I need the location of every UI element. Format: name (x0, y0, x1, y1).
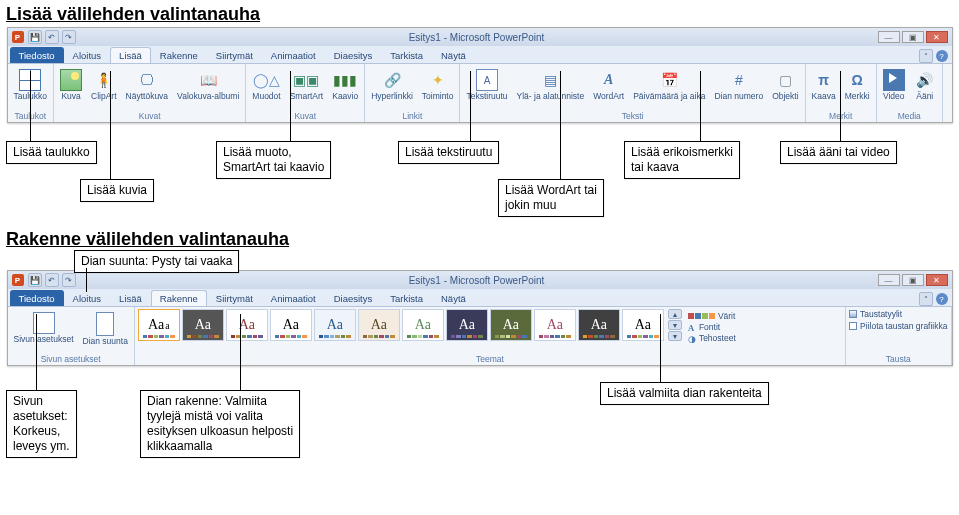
insert-screenshot-button[interactable]: 🖵 Näyttökuva (123, 66, 172, 104)
ribbon-groups-insert: Taulukko Taulukot Kuva 🧍 ClipArt 🖵 Näytt… (8, 64, 952, 122)
group-text-label: Teksti (463, 110, 801, 122)
help-icon[interactable]: ? (936, 50, 948, 62)
ribbon-minimize-icon[interactable]: ˄ (919, 49, 933, 63)
tab-design[interactable]: Rakenne (151, 290, 207, 306)
help-icon[interactable]: ? (936, 293, 948, 305)
insert-chart-button[interactable]: ▮▮▮ Kaavio (329, 66, 361, 104)
tab-view[interactable]: Näytä (432, 290, 475, 306)
tab-insert[interactable]: Lisää (110, 47, 151, 63)
insert-slidenumber-button[interactable]: # Dian numero (711, 66, 766, 104)
insert-smartart-button[interactable]: ▣▣ SmartArt (287, 66, 327, 104)
ribbon-minimize-icon[interactable]: ˄ (919, 292, 933, 306)
insert-hyperlink-button[interactable]: 🔗 Hyperlinkki (368, 66, 416, 104)
theme-swatch[interactable]: Aa (358, 309, 400, 341)
insert-symbol-label: Merkki (845, 92, 870, 101)
save-icon[interactable]: 💾 (28, 30, 42, 44)
tab-review[interactable]: Tarkista (381, 47, 432, 63)
theme-swatch[interactable]: Aa (182, 309, 224, 341)
window-controls: — ▣ ✕ (878, 31, 948, 43)
maximize-button[interactable]: ▣ (902, 31, 924, 43)
theme-swatch[interactable]: Aa (534, 309, 576, 341)
insert-object-button[interactable]: ▢ Objekti (769, 66, 801, 104)
group-themes-label: Teemat (138, 353, 842, 365)
tab-slideshow[interactable]: Diaesitys (325, 290, 382, 306)
insert-picture-button[interactable]: Kuva (57, 66, 85, 104)
close-button[interactable]: ✕ (926, 31, 948, 43)
insert-action-button[interactable]: ✦ Toiminto (419, 66, 457, 104)
insert-headerfooter-button[interactable]: ▤ Ylä- ja alatunniste (514, 66, 588, 104)
page-setup-label: Sivun asetukset (14, 335, 74, 344)
ribbon-groups-design: Sivun asetukset Dian suunta Sivun asetuk… (8, 307, 952, 365)
page-setup-button[interactable]: Sivun asetukset (11, 309, 77, 347)
close-button[interactable]: ✕ (926, 274, 948, 286)
insert-datetime-label: Päivämäärä ja aika (633, 92, 705, 101)
redo-icon[interactable]: ↷ (62, 30, 76, 44)
group-links: 🔗 Hyperlinkki ✦ Toiminto Linkit (365, 64, 460, 122)
checkbox-icon (849, 322, 857, 330)
tab-design[interactable]: Rakenne (151, 47, 207, 63)
minimize-button[interactable]: — (878, 274, 900, 286)
group-illustrations: ◯△ Muodot ▣▣ SmartArt ▮▮▮ Kaavio Kuvat (246, 64, 365, 122)
insert-photoalbum-button[interactable]: 📖 Valokuva-albumi (174, 66, 242, 104)
tab-animations[interactable]: Animaatiot (262, 290, 325, 306)
theme-swatch[interactable]: Aa (270, 309, 312, 341)
theme-swatch[interactable]: Aa (314, 309, 356, 341)
insert-object-label: Objekti (772, 92, 798, 101)
insert-clipart-button[interactable]: 🧍 ClipArt (88, 66, 120, 104)
background-styles-button[interactable]: Taustatyylit (849, 309, 902, 319)
theme-scroll-down[interactable]: ▾ (668, 320, 682, 330)
photoalbum-icon: 📖 (197, 69, 219, 91)
hide-background-graphics-checkbox[interactable]: Piilota taustan grafiikka (849, 321, 947, 331)
tab-home[interactable]: Aloitus (64, 47, 111, 63)
theme-side-options: Värit A Fontit ◑ Tehosteet (684, 309, 740, 345)
tab-file[interactable]: Tiedosto (10, 290, 64, 306)
insert-wordart-label: WordArt (593, 92, 624, 101)
group-media-label: Media (880, 110, 939, 122)
theme-scroll-up[interactable]: ▴ (668, 309, 682, 319)
theme-sample-text: Aa (239, 317, 255, 333)
undo-icon[interactable]: ↶ (45, 30, 59, 44)
tab-transitions[interactable]: Siirtymät (207, 47, 262, 63)
theme-gallery-scroll: ▴ ▾ ▾ (668, 309, 682, 341)
theme-colors-button[interactable]: Värit (688, 311, 736, 321)
tab-file[interactable]: Tiedosto (10, 47, 64, 63)
tab-slideshow[interactable]: Diaesitys (325, 47, 382, 63)
insert-symbol-button[interactable]: Ω Merkki (842, 66, 873, 104)
insert-audio-button[interactable]: 🔊 Ääni (911, 66, 939, 104)
callout-textbox: Lisää tekstiruutu (398, 141, 499, 164)
tab-review[interactable]: Tarkista (381, 290, 432, 306)
theme-swatch[interactable]: Aa (622, 309, 664, 341)
background-styles-label: Taustatyylit (860, 309, 902, 319)
slide-orientation-button[interactable]: Dian suunta (80, 309, 131, 349)
insert-shapes-button[interactable]: ◯△ Muodot (249, 66, 283, 104)
theme-more-button[interactable]: ▾ (668, 331, 682, 341)
callout-symbol: Lisää erikoismerkki tai kaava (624, 141, 740, 179)
theme-swatch-current[interactable]: Aaa (138, 309, 180, 341)
tab-transitions[interactable]: Siirtymät (207, 290, 262, 306)
tab-insert[interactable]: Lisää (110, 290, 151, 306)
clipart-icon: 🧍 (93, 69, 115, 91)
theme-swatch[interactable]: Aa (226, 309, 268, 341)
save-icon[interactable]: 💾 (28, 273, 42, 287)
theme-swatch[interactable]: Aa (578, 309, 620, 341)
insert-screenshot-label: Näyttökuva (126, 92, 169, 101)
redo-icon[interactable]: ↷ (62, 273, 76, 287)
insert-datetime-button[interactable]: 📅 Päivämäärä ja aika (630, 66, 708, 104)
theme-fonts-button[interactable]: A Fontit (688, 322, 736, 332)
theme-swatch[interactable]: Aa (490, 309, 532, 341)
theme-effects-button[interactable]: ◑ Tehosteet (688, 333, 736, 343)
theme-swatch[interactable]: Aa (402, 309, 444, 341)
screenshot-icon: 🖵 (136, 69, 158, 91)
insert-wordart-button[interactable]: A WordArt (590, 66, 627, 104)
tab-home[interactable]: Aloitus (64, 290, 111, 306)
insert-video-button[interactable]: Video (880, 66, 908, 104)
maximize-button[interactable]: ▣ (902, 274, 924, 286)
tab-view[interactable]: Näytä (432, 47, 475, 63)
minimize-button[interactable]: — (878, 31, 900, 43)
undo-icon[interactable]: ↶ (45, 273, 59, 287)
theme-swatch[interactable]: Aa (446, 309, 488, 341)
group-images: Kuva 🧍 ClipArt 🖵 Näyttökuva 📖 Valokuva-a… (54, 64, 246, 122)
equation-icon: π (813, 69, 835, 91)
insert-equation-button[interactable]: π Kaava (809, 66, 839, 104)
tab-animations[interactable]: Animaatiot (262, 47, 325, 63)
